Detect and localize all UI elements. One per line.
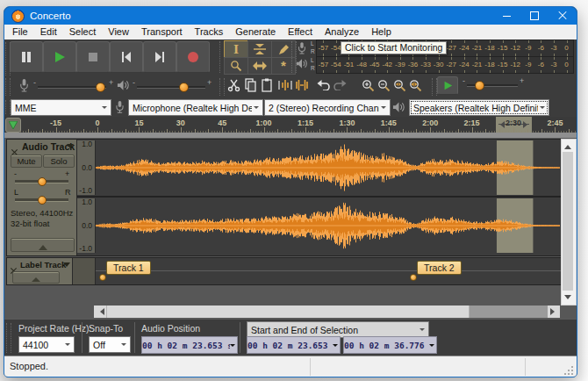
solo-button[interactable]: Solo xyxy=(43,155,75,168)
selection-start-field[interactable]: 00 h 02 m 23.653 s xyxy=(247,336,341,354)
chevron-down-icon xyxy=(102,106,107,111)
zoom-fit-icon xyxy=(409,79,422,92)
scroll-left-arrow[interactable] xyxy=(94,306,106,318)
maximize-button[interactable] xyxy=(520,7,549,25)
audio-track-control-panel[interactable]: Audio Track Mute Solo - + L R Stereo, 44… xyxy=(7,140,77,255)
stop-button[interactable] xyxy=(76,41,110,73)
trim-audio-button[interactable] xyxy=(277,76,293,94)
label-anchor-icon[interactable] xyxy=(99,274,106,281)
selection-tool-button[interactable]: I xyxy=(224,40,248,58)
menu-item[interactable]: Effect xyxy=(282,25,319,40)
ruler-tick-label: 45 xyxy=(218,119,226,127)
label-track-title[interactable]: Label Track xyxy=(20,260,66,270)
horizontal-scroll-thumb[interactable] xyxy=(106,306,470,318)
pan-slider[interactable] xyxy=(15,198,68,202)
edit-grabber[interactable] xyxy=(219,78,225,96)
window-title: Concerto xyxy=(30,11,71,21)
copy-icon xyxy=(244,78,257,92)
play-speed-slider[interactable] xyxy=(467,84,518,87)
cut-button[interactable] xyxy=(226,76,241,94)
record-button[interactable] xyxy=(176,41,210,73)
silence-audio-button[interactable] xyxy=(294,76,310,94)
track-collapse-button[interactable] xyxy=(11,238,75,252)
selection-end-field[interactable]: 00 h 02 m 36.776 s xyxy=(343,336,437,354)
pan-slider-thumb[interactable] xyxy=(38,196,47,205)
gain-slider-thumb[interactable] xyxy=(38,177,47,186)
resize-grip-icon[interactable] xyxy=(564,366,566,368)
label-anchor-icon[interactable] xyxy=(410,274,417,281)
recording-channels-select[interactable]: 2 (Stereo) Recording Channels xyxy=(264,99,391,116)
play-meter[interactable]: -57-54-51-48-45-42-39-36-33-30-27-24-21-… xyxy=(316,56,574,74)
label-track-collapse-button[interactable] xyxy=(12,271,60,284)
label-track-control-panel[interactable]: Label Track xyxy=(7,258,73,284)
scroll-down-arrow[interactable] xyxy=(562,293,574,305)
skip-to-start-button[interactable] xyxy=(110,41,143,73)
snap-to-select[interactable]: Off xyxy=(89,336,131,353)
label-track-menu-chevron-icon[interactable] xyxy=(63,262,70,270)
mixer-grabber[interactable] xyxy=(5,78,11,96)
separator xyxy=(82,322,82,353)
undo-button[interactable] xyxy=(316,76,332,94)
zoom-out-button[interactable] xyxy=(376,76,391,94)
paste-button[interactable] xyxy=(259,76,275,94)
gain-slider[interactable] xyxy=(15,180,68,183)
vertical-scrollbar[interactable] xyxy=(561,139,577,306)
channel-divider xyxy=(77,196,561,198)
trim-audio-icon xyxy=(278,79,292,91)
pause-button[interactable] xyxy=(10,41,43,73)
project-rate-select[interactable]: 44100 xyxy=(18,336,75,353)
audio-position-field[interactable]: 00 h 02 m 23.653 s xyxy=(141,336,238,354)
menu-item[interactable]: Analyze xyxy=(319,25,365,40)
menu-item[interactable]: Select xyxy=(63,25,103,40)
playback-volume-speaker-icon xyxy=(117,79,130,91)
scroll-up-arrow[interactable] xyxy=(562,140,574,151)
skip-to-end-button[interactable] xyxy=(143,41,176,73)
close-button[interactable] xyxy=(549,7,577,25)
mute-button[interactable]: Mute xyxy=(11,155,42,168)
menu-item[interactable]: Generate xyxy=(229,25,282,40)
stop-icon xyxy=(87,51,99,63)
waveform-right-channel[interactable] xyxy=(96,198,560,253)
menu-item[interactable]: View xyxy=(102,25,135,40)
meter-scale-label: -21 xyxy=(470,57,484,73)
track-menu-chevron-icon[interactable] xyxy=(67,144,74,152)
meter-scale-label: -42 xyxy=(381,57,394,73)
redo-button[interactable] xyxy=(332,76,348,94)
menu-item[interactable]: Transport xyxy=(135,25,189,40)
time-shift-tool-button[interactable] xyxy=(247,57,272,75)
envelope-tool-button[interactable] xyxy=(247,40,272,58)
menu-item[interactable]: Edit xyxy=(34,25,63,40)
vertical-scroll-thumb[interactable] xyxy=(563,152,573,291)
timeline-ruler[interactable]: -1501530451:001:151:301:452:002:152:302:… xyxy=(4,117,577,133)
menu-item[interactable]: Tracks xyxy=(189,25,230,40)
playback-device-select[interactable]: Speakers (Realtek High Definiti xyxy=(409,99,549,116)
scroll-right-arrow[interactable] xyxy=(548,306,560,318)
label-area[interactable]: Track 1 Track 2 xyxy=(96,258,561,284)
recording-volume-thumb[interactable] xyxy=(96,83,105,92)
menu-item[interactable]: File xyxy=(6,25,34,40)
chevron-down-icon xyxy=(419,328,425,334)
recording-device-select[interactable]: Microphone (Realtek High Defini xyxy=(128,99,263,116)
play-speed-thumb[interactable] xyxy=(475,81,484,90)
horizontal-scrollbar[interactable] xyxy=(94,306,560,318)
playback-volume-slider[interactable] xyxy=(137,86,205,89)
selection-toolbar-grabber[interactable] xyxy=(6,323,11,353)
minimize-button[interactable] xyxy=(492,7,520,25)
pinned-play-head-button[interactable] xyxy=(5,118,21,133)
maximize-icon xyxy=(530,11,539,20)
label-tag[interactable]: Track 1 xyxy=(106,261,151,275)
play-at-speed-button[interactable] xyxy=(437,76,458,95)
zoom-fit-button[interactable] xyxy=(407,76,423,94)
zoom-in-button[interactable] xyxy=(360,76,376,94)
label-tag[interactable]: Track 2 xyxy=(417,261,462,275)
recording-volume-slider[interactable] xyxy=(38,86,106,89)
menu-item[interactable]: Help xyxy=(365,25,398,40)
playback-volume-thumb[interactable] xyxy=(179,83,189,92)
zoom-selection-button[interactable] xyxy=(391,76,407,94)
audio-host-select[interactable]: MME xyxy=(11,99,111,116)
copy-button[interactable] xyxy=(242,76,258,94)
envelope-icon xyxy=(253,44,267,54)
zoom-tool-button[interactable] xyxy=(224,57,248,75)
play-button[interactable] xyxy=(43,41,76,73)
waveform-left-channel[interactable] xyxy=(96,140,560,195)
